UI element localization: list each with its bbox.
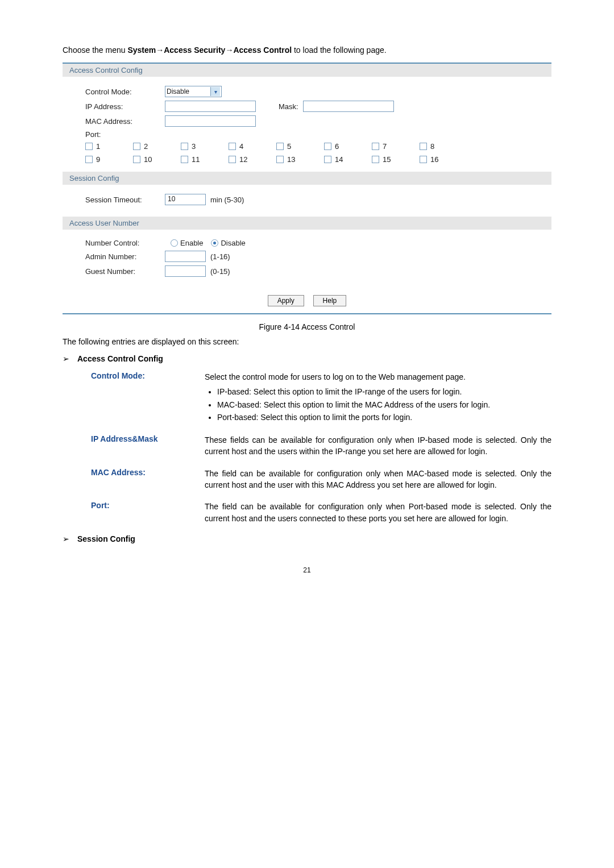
section-acc-title: Access Control Config (77, 354, 163, 363)
mac-address-input[interactable] (165, 115, 256, 127)
session-timeout-hint: min (5-30) (210, 196, 244, 204)
port-10-checkbox[interactable] (133, 156, 140, 163)
port-11: 11 (181, 155, 229, 164)
session-config-body: Session Timeout: 10 min (5-30) (63, 185, 551, 217)
section-access-control-config: ➢ Access Control Config (63, 354, 551, 363)
arrow-bullet-icon: ➢ (63, 534, 69, 543)
disable-label: Disable (221, 239, 245, 247)
number-control-enable-radio[interactable]: Enable (171, 239, 203, 247)
port-5-checkbox[interactable] (276, 143, 284, 150)
port-3-checkbox[interactable] (181, 143, 188, 150)
port-13: 13 (276, 155, 324, 164)
port-7-checkbox[interactable] (372, 143, 379, 150)
button-row: Apply Help (63, 288, 551, 313)
guest-number-input[interactable] (165, 265, 206, 277)
port-12-checkbox[interactable] (229, 156, 236, 163)
apply-button[interactable]: Apply (268, 295, 304, 306)
port-8: 8 (420, 142, 467, 151)
port-6-checkbox[interactable] (324, 143, 331, 150)
mask-label: Mask: (279, 102, 298, 111)
admin-number-hint: (1-16) (210, 252, 230, 261)
port-11-checkbox[interactable] (181, 156, 188, 163)
control-mode-select[interactable]: Disable ▾ (165, 86, 222, 97)
port-2-checkbox[interactable] (133, 143, 140, 150)
def-mac-desc: The field can be available for configura… (205, 468, 551, 491)
port-16: 16 (420, 155, 467, 164)
port-3: 3 (181, 142, 229, 151)
intro-bold-path: System→Access Security→Access Control (127, 45, 292, 55)
intro-prefix: Choose the menu (63, 45, 127, 55)
mask-input[interactable] (303, 101, 394, 112)
port-2: 2 (133, 142, 181, 151)
port-15-checkbox[interactable] (372, 156, 379, 163)
section-session-config: ➢ Session Config (63, 534, 551, 543)
port-1-checkbox[interactable] (85, 143, 93, 150)
port-8-checkbox[interactable] (420, 143, 427, 150)
def-ip-mask-desc: These fields can be available for config… (205, 434, 551, 458)
number-control-disable-radio[interactable]: Disable (211, 239, 245, 247)
def-cm-b2: MAC-based: Select this option to limit t… (217, 399, 551, 410)
control-mode-label: Control Mode: (85, 88, 165, 96)
port-grid: 1 2 3 4 5 6 7 8 9 10 11 12 13 14 15 16 (85, 142, 542, 164)
port-5: 5 (276, 142, 324, 151)
entries-displayed-line: The following entries are displayed on t… (63, 337, 551, 346)
admin-number-input[interactable] (165, 251, 206, 262)
chevron-down-icon: ▾ (210, 87, 220, 96)
access-control-config-body: Control Mode: Disable ▾ IP Address: Mask… (63, 77, 551, 172)
port-9: 9 (85, 155, 133, 164)
def-control-mode: Control Mode: Select the control mode fo… (91, 371, 551, 424)
port-14-checkbox[interactable] (324, 156, 331, 163)
radio-icon (211, 239, 218, 247)
definition-list: Control Mode: Select the control mode fo… (91, 371, 551, 524)
guest-number-label: Guest Number: (85, 267, 165, 276)
def-port-desc: The field can be available for configura… (205, 501, 551, 524)
section-session-title: Session Config (77, 534, 135, 543)
def-control-mode-term: Control Mode: (91, 371, 205, 424)
arrow-bullet-icon: ➢ (63, 354, 69, 363)
radio-icon (171, 239, 178, 247)
port-4-checkbox[interactable] (229, 143, 236, 150)
def-port: Port: The field can be available for con… (91, 501, 551, 524)
def-mac-term: MAC Address: (91, 468, 205, 491)
port-4: 4 (229, 142, 276, 151)
port-1: 1 (85, 142, 133, 151)
admin-number-label: Admin Number: (85, 252, 165, 261)
def-port-term: Port: (91, 501, 205, 524)
port-13-checkbox[interactable] (276, 156, 284, 163)
access-user-number-body: Number Control: Enable Disable Admin Num… (63, 230, 551, 288)
mac-address-label: MAC Address: (85, 117, 165, 126)
control-mode-value: Disable (167, 88, 189, 95)
ip-address-label: IP Address: (85, 102, 165, 111)
def-cm-b1: IP-based: Select this option to limit th… (217, 386, 551, 397)
port-12: 12 (229, 155, 276, 164)
session-timeout-label: Session Timeout: (85, 196, 165, 204)
intro-suffix: to load the following page. (292, 45, 387, 55)
port-15: 15 (372, 155, 420, 164)
port-9-checkbox[interactable] (85, 156, 93, 163)
def-cm-b3: Port-based: Select this option to limit … (217, 412, 551, 423)
enable-label: Enable (180, 239, 203, 247)
port-14: 14 (324, 155, 372, 164)
port-10: 10 (133, 155, 181, 164)
config-screenshot-region: Access Control Config Control Mode: Disa… (63, 63, 551, 314)
port-7: 7 (372, 142, 420, 151)
def-control-mode-desc: Select the control mode for users to log… (205, 371, 551, 424)
help-button[interactable]: Help (313, 295, 347, 306)
access-user-number-header: Access User Number (63, 217, 551, 230)
port-label: Port: (85, 130, 165, 139)
def-ip-mask-term: IP Address&Mask (91, 434, 205, 458)
def-mac: MAC Address: The field can be available … (91, 468, 551, 491)
guest-number-hint: (0-15) (210, 267, 230, 276)
def-ip-mask: IP Address&Mask These fields can be avai… (91, 434, 551, 458)
access-control-config-header: Access Control Config (63, 64, 551, 77)
port-16-checkbox[interactable] (420, 156, 427, 163)
menu-path-intro: Choose the menu System→Access Security→A… (63, 45, 551, 55)
session-config-header: Session Config (63, 172, 551, 185)
session-timeout-input[interactable]: 10 (165, 194, 206, 205)
ip-address-input[interactable] (165, 101, 256, 112)
number-control-label: Number Control: (85, 239, 165, 247)
port-6: 6 (324, 142, 372, 151)
figure-caption: Figure 4-14 Access Control (63, 322, 551, 331)
page-number: 21 (63, 566, 551, 574)
